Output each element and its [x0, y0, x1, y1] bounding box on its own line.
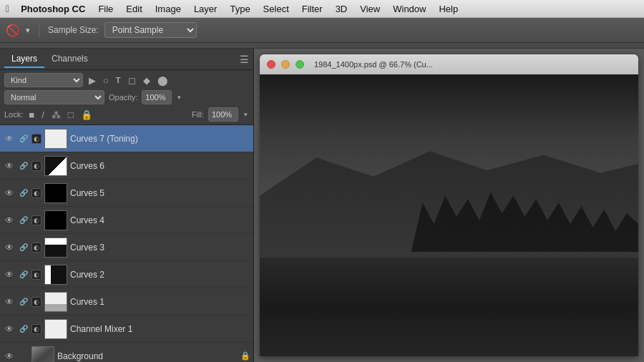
lock-artboard-icon[interactable]: □ — [67, 108, 75, 122]
options-toolbar: 🚫 ▾ Sample Size: Point Sample 3 by 3 Ave… — [0, 18, 644, 43]
layer-link-icon: 🔗 — [19, 189, 29, 197]
layer-link-icon: 🔗 — [19, 216, 29, 224]
fill-arrow-icon[interactable]: ▾ — [243, 109, 249, 119]
filter-adjustment-icon[interactable]: ○ — [102, 74, 110, 87]
layer-link-icon: 🔗 — [19, 134, 29, 142]
layer-link-icon: 🔗 — [19, 325, 29, 333]
layer-visibility-toggle[interactable]: 👁 — [3, 188, 16, 198]
menu-type[interactable]: Type — [224, 2, 255, 16]
layer-visibility-toggle[interactable]: 👁 — [3, 161, 16, 171]
layer-lock-icon: 🔒 — [240, 351, 250, 361]
eyedropper-arrow-icon[interactable]: ▾ — [26, 26, 30, 35]
filter-pixel-icon[interactable]: ▶ — [87, 74, 97, 87]
layer-row[interactable]: 👁Background🔒 — [0, 343, 253, 362]
layer-link-icon: 🔗 — [19, 298, 29, 305]
filter-type-icon[interactable]: T — [114, 74, 122, 86]
opacity-input[interactable] — [142, 90, 172, 104]
filter-shape-icon[interactable]: ◻ — [127, 74, 137, 87]
layer-visibility-toggle[interactable]: 👁 — [3, 243, 16, 253]
menu-view[interactable]: View — [354, 2, 386, 16]
layer-thumbnail — [31, 346, 54, 363]
canvas-title: 1984_1400px.psd @ 66.7% (Cu... — [314, 60, 433, 69]
layer-name-label: Curves 3 — [70, 243, 250, 253]
menu-bar:  Photoshop CC File Edit Image Layer Typ… — [0, 0, 644, 18]
sample-size-select[interactable]: Point Sample 3 by 3 Average 5 by 5 Avera… — [104, 22, 197, 38]
photo-canvas — [260, 74, 638, 356]
filter-image-icon[interactable]: ⬤ — [156, 74, 170, 87]
filter-smart-icon[interactable]: ◆ — [142, 74, 152, 87]
layer-link-icon: 🔗 — [19, 270, 29, 278]
layer-name-label: Curves 5 — [70, 188, 250, 198]
layer-lock-fill-row: Lock: ■ / ⁂ □ 🔒 Fill: ▾ — [4, 107, 249, 122]
layer-type-badge: ◐ — [31, 215, 42, 225]
layer-name-label: Curves 7 (Toning) — [70, 134, 250, 144]
layer-thumbnail — [44, 292, 67, 312]
fill-label: Fill: — [192, 110, 204, 119]
layer-visibility-toggle[interactable]: 👁 — [3, 270, 16, 280]
layer-row[interactable]: 👁🔗◐Curves 7 (Toning) — [0, 125, 253, 152]
menu-help[interactable]: Help — [433, 2, 464, 16]
layer-row[interactable]: 👁🔗◐Curves 2 — [0, 261, 253, 288]
menu-edit[interactable]: Edit — [120, 2, 147, 16]
lock-pixels-icon[interactable]: ■ — [27, 108, 36, 122]
layer-row[interactable]: 👁🔗◐Curves 4 — [0, 207, 253, 234]
layer-link-icon: 🔗 — [19, 243, 29, 251]
layer-name-label: Curves 4 — [70, 215, 250, 225]
layer-filter-row: Kind ▶ ○ T ◻ ◆ ⬤ — [4, 73, 249, 87]
panel-menu-button[interactable]: ☰ — [240, 54, 249, 65]
secondary-tab-bar — [0, 43, 644, 49]
layer-type-badge: ◐ — [31, 324, 42, 334]
layer-thumbnail — [44, 183, 67, 203]
opacity-label: Opacity: — [109, 93, 137, 102]
window-close-button[interactable] — [267, 60, 275, 69]
sample-size-label: Sample Size: — [48, 25, 99, 35]
layer-row[interactable]: 👁🔗◐Curves 1 — [0, 288, 253, 315]
layer-visibility-toggle[interactable]: 👁 — [3, 351, 16, 361]
menu-select[interactable]: Select — [258, 2, 295, 16]
layer-thumbnail — [44, 156, 67, 176]
layer-visibility-toggle[interactable]: 👁 — [3, 324, 16, 334]
layer-row[interactable]: 👁🔗◐Curves 6 — [0, 152, 253, 180]
layer-row[interactable]: 👁🔗◐Curves 5 — [0, 180, 253, 207]
layer-thumbnail — [44, 319, 67, 339]
window-maximize-button[interactable] — [296, 60, 304, 69]
menu-file[interactable]: File — [92, 2, 119, 16]
eyedropper-icon[interactable]: 🚫 — [6, 24, 20, 37]
window-minimize-button[interactable] — [281, 60, 290, 69]
lock-gradient-icon[interactable]: / — [40, 108, 46, 122]
layer-kind-select[interactable]: Kind — [4, 73, 83, 87]
layer-row[interactable]: 👁🔗◐Channel Mixer 1 — [0, 315, 253, 343]
layer-name-label: Channel Mixer 1 — [70, 324, 250, 334]
opacity-arrow-icon[interactable]: ▾ — [176, 92, 182, 102]
layer-type-badge: ◐ — [31, 161, 42, 171]
layer-name-label: Curves 1 — [70, 297, 250, 307]
lock-all-icon[interactable]: 🔒 — [79, 108, 94, 122]
tab-channels[interactable]: Channels — [44, 51, 95, 68]
canvas-content — [260, 74, 638, 356]
lock-label: Lock: — [4, 110, 23, 119]
layer-name-label: Curves 2 — [70, 270, 250, 280]
layer-name-label: Background — [57, 351, 238, 361]
layer-row[interactable]: 👁🔗◐Curves 3 — [0, 234, 253, 261]
menu-layer[interactable]: Layer — [188, 2, 223, 16]
menu-window[interactable]: Window — [387, 2, 431, 16]
layer-type-badge: ◐ — [31, 270, 42, 280]
menu-photoshop[interactable]: Photoshop CC — [15, 2, 91, 16]
layer-name-label: Curves 6 — [70, 161, 250, 171]
menu-3d[interactable]: 3D — [330, 2, 353, 16]
layer-controls: Kind ▶ ○ T ◻ ◆ ⬤ Normal Opacity: ▾ Lock: — [0, 70, 253, 125]
blend-mode-select[interactable]: Normal — [4, 90, 104, 104]
canvas-area: 1984_1400px.psd @ 66.7% (Cu... — [254, 49, 644, 362]
layer-thumbnail — [44, 265, 67, 285]
canvas-title-bar: 1984_1400px.psd @ 66.7% (Cu... — [260, 54, 638, 74]
menu-filter[interactable]: Filter — [296, 2, 328, 16]
layer-type-badge: ◐ — [31, 243, 42, 253]
tab-layers[interactable]: Layers — [4, 51, 44, 68]
layer-visibility-toggle[interactable]: 👁 — [3, 134, 16, 144]
menu-image[interactable]: Image — [150, 2, 187, 16]
lock-move-icon[interactable]: ⁂ — [50, 108, 62, 122]
layer-visibility-toggle[interactable]: 👁 — [3, 297, 16, 307]
layer-type-badge: ◐ — [31, 188, 42, 198]
layer-visibility-toggle[interactable]: 👁 — [3, 215, 16, 225]
fill-input[interactable] — [208, 107, 238, 122]
